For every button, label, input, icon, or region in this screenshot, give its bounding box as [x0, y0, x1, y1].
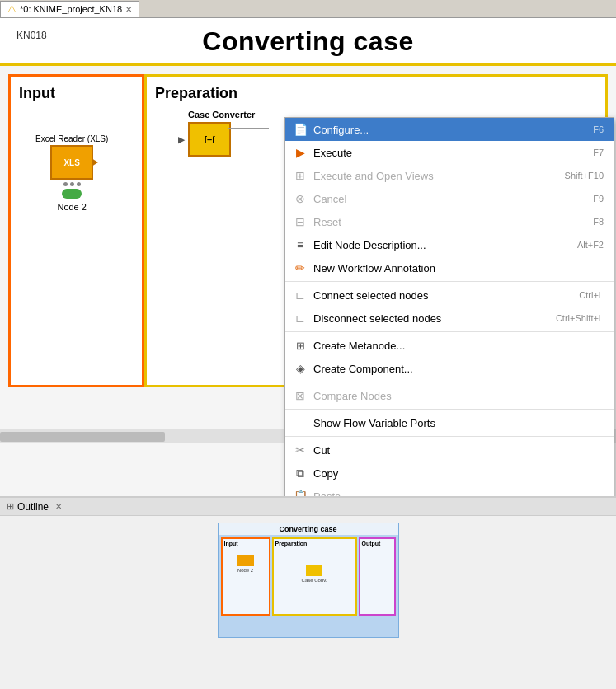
menu-item-create-meta[interactable]: ⊞ Create Metanode... [285, 334, 614, 357]
node-converter-label: Case Converter [188, 110, 255, 120]
page-title: Converting case [16, 26, 600, 57]
connect-icon: ⊏ [292, 287, 308, 303]
menu-item-create-component[interactable]: ◈ Create Component... [285, 357, 614, 380]
section-input-label: Input [19, 85, 134, 102]
show-flow-icon [292, 415, 308, 431]
menu-item-show-flow[interactable]: Show Flow Variable Ports [285, 411, 614, 434]
menu-shortcut-execute: F7 [593, 148, 604, 157]
menu-item-cancel: ⊗ Cancel F9 [285, 187, 614, 210]
menu-item-copy[interactable]: ⧉ Copy [285, 462, 614, 485]
node-case-converter[interactable]: Case Converter f–f [188, 110, 255, 157]
menu-item-reset: ⊟ Reset F8 [285, 210, 614, 233]
menu-label-compare: Compare Nodes [313, 390, 604, 402]
node-excel-box[interactable]: XLS [50, 145, 93, 180]
cancel-icon: ⊗ [292, 190, 308, 207]
menu-separator-3 [285, 382, 614, 382]
menu-label-cancel: Cancel [313, 193, 576, 205]
menu-item-new-annotation[interactable]: ✏ New Workflow Annotation [285, 256, 614, 279]
preview-input-box: Input Node 2 [221, 537, 270, 616]
configure-icon: 📄 [292, 121, 308, 138]
menu-label-copy: Copy [313, 467, 604, 480]
menu-item-compare: ⊠ Compare Nodes [285, 384, 614, 407]
bottom-panel: ⊞ Outline ✕ Converting case Input Node 2… [0, 496, 616, 643]
menu-item-connect[interactable]: ⊏ Connect selected nodes Ctrl+L [285, 284, 614, 307]
menu-item-execute-views: ⊞ Execute and Open Views Shift+F10 [285, 164, 614, 187]
menu-label-create-component: Create Component... [313, 363, 604, 375]
preview-sections: Input Node 2 Preparation Case Conv. Outp… [219, 535, 398, 626]
menu-separator-4 [285, 409, 614, 410]
node-converter-box[interactable]: f–f [188, 122, 231, 157]
edit-desc-icon: ≡ [292, 237, 308, 253]
compare-icon: ⊠ [292, 387, 308, 404]
node-excel-dots [35, 182, 108, 186]
copy-icon: ⧉ [292, 465, 308, 481]
menu-label-new-annotation: New Workflow Annotation [313, 262, 587, 274]
menu-label-configure: Configure... [313, 124, 576, 136]
tab-bar: ⚠ *0: KNIME_project_KN18 ✕ [0, 0, 616, 18]
create-component-icon: ◈ [292, 360, 308, 377]
menu-label-show-flow: Show Flow Variable Ports [313, 417, 604, 429]
preview-node-label: Node 2 [223, 568, 269, 573]
menu-label-paste: Paste [313, 490, 604, 497]
menu-label-execute: Execute [313, 147, 576, 159]
menu-label-edit-desc: Edit Node Description... [313, 239, 561, 251]
preview-input-label: Input [223, 539, 269, 548]
menu-label-reset: Reset [313, 216, 576, 228]
preview-converter-node [306, 565, 322, 576]
node-dot-3 [77, 182, 81, 186]
tab-warning-icon: ⚠ [7, 3, 16, 15]
node2-label: Node 2 [35, 202, 108, 212]
canvas-area: KN018 Converting case Input Excel Reader… [0, 18, 616, 496]
preview-converter-label: Case Conv. [274, 578, 355, 583]
menu-item-edit-desc[interactable]: ≡ Edit Node Description... Alt+F2 [285, 233, 614, 256]
preview-output-box: Output [359, 537, 396, 616]
menu-shortcut-edit-desc: Alt+F2 [577, 240, 604, 250]
title-section: KN018 Converting case [0, 18, 616, 66]
menu-shortcut-execute-views: Shift+F10 [565, 171, 604, 180]
outline-tab: ⊞ Outline ✕ [0, 498, 616, 516]
node-dot-1 [63, 182, 68, 186]
create-meta-icon: ⊞ [292, 337, 308, 354]
context-menu: 📄 Configure... F6 ▶ Execute F7 ⊞ Execute… [284, 117, 614, 496]
tab-close-button[interactable]: ✕ [125, 5, 132, 14]
outline-preview: Converting case Input Node 2 Preparation… [218, 523, 399, 638]
execute-icon: ▶ [292, 144, 308, 161]
tab-label: *0: KNIME_project_KN18 [20, 4, 122, 14]
menu-shortcut-connect: Ctrl+L [579, 290, 604, 300]
menu-label-execute-views: Execute and Open Views [313, 170, 548, 182]
node-excel-sub: XLS [63, 158, 79, 167]
menu-separator-5 [285, 436, 614, 437]
menu-item-cut[interactable]: ✂ Cut [285, 438, 614, 462]
menu-item-configure[interactable]: 📄 Configure... F6 [285, 118, 614, 141]
disconnect-icon: ⊏ [292, 310, 308, 326]
section-input: Input Excel Reader (XLS) XLS Node 2 [8, 74, 144, 387]
preview-output-label: Output [360, 539, 394, 548]
node-excel-toggle[interactable] [62, 189, 82, 199]
menu-item-disconnect[interactable]: ⊏ Disconnect selected nodes Ctrl+Shift+L [285, 307, 614, 330]
tab-knime-project[interactable]: ⚠ *0: KNIME_project_KN18 ✕ [0, 1, 139, 17]
menu-separator-2 [285, 331, 614, 332]
menu-shortcut-disconnect: Ctrl+Shift+L [556, 313, 604, 323]
scrollbar-thumb[interactable] [0, 432, 165, 442]
menu-shortcut-cancel: F9 [593, 194, 604, 204]
outline-content: Converting case Input Node 2 Preparation… [0, 516, 616, 644]
execute-views-icon: ⊞ [292, 167, 308, 184]
menu-item-execute[interactable]: ▶ Execute F7 [285, 141, 614, 164]
paste-icon: 📋 [292, 488, 308, 496]
outline-close-button[interactable]: ✕ [55, 502, 62, 511]
node-excel-reader[interactable]: Excel Reader (XLS) XLS Node 2 [35, 134, 108, 212]
preview-prep-label: Preparation [274, 539, 355, 548]
reset-icon: ⊟ [292, 213, 308, 230]
preview-excel-node [237, 555, 254, 566]
node-dot-2 [70, 182, 74, 186]
menu-shortcut-configure: F6 [593, 124, 604, 134]
menu-item-paste: 📋 Paste [285, 485, 614, 496]
kn-id: KN018 [16, 30, 47, 41]
node-converter-sub: f–f [204, 134, 214, 144]
node-excel-label: Excel Reader (XLS) [35, 134, 108, 143]
menu-shortcut-reset: F8 [593, 217, 604, 227]
outline-label: Outline [17, 501, 49, 513]
menu-separator-1 [285, 281, 614, 282]
connector-line [228, 128, 269, 129]
preview-prep-box: Preparation Case Conv. [272, 537, 357, 616]
